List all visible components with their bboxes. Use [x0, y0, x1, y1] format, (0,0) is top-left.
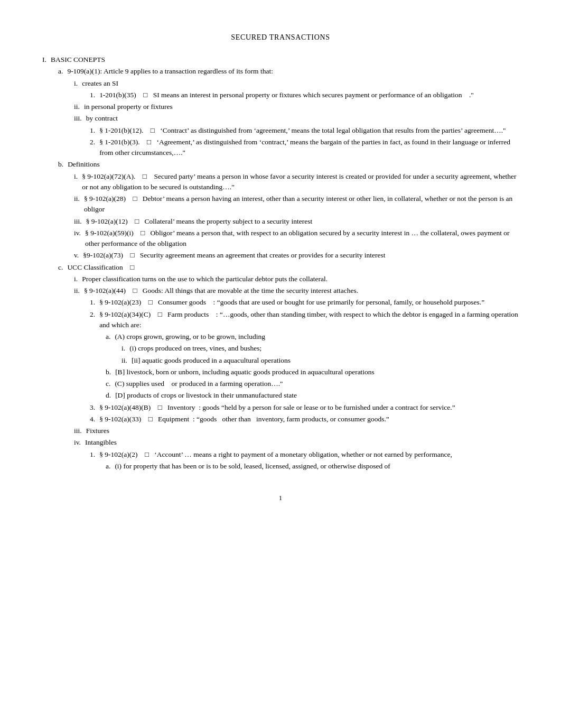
section-c-ii-2-a-text: (A) crops grown, growing, or to be grown… [115, 331, 519, 342]
section-c-ii-2-a-ii-text: [ii] aquatic goods produced in a aquacul… [132, 355, 519, 366]
section-c-ii-label: ii. [74, 285, 80, 296]
section-a-iii-label: iii. [74, 113, 82, 124]
section-c-ii-2-text: § 9-102(a)(34)(C) □ Farm products : “…go… [99, 309, 519, 331]
section-b-v-text: §9-102(a)(73) □ Security agreement means… [83, 250, 519, 261]
section-I-title: BASIC CONEPTS [51, 54, 519, 65]
section-c-iv-1-a-label: a. [106, 461, 110, 472]
section-c-ii-2-c: c. (C) supplies used or produced in a fa… [106, 379, 519, 389]
section-c-ii-4-text: § 9-102(a)(33) □ Equipment : “goods othe… [99, 414, 519, 425]
section-c-ii-2-a-ii: ii. [ii] aquatic goods produced in a aqu… [121, 355, 519, 366]
section-c-iv-1-text: § 9-102(a)(2) □ ‘Account’ … means a righ… [99, 449, 519, 460]
section-c-ii-3-text: § 9-102(a)(48)(B) □ Inventory : goods “h… [99, 402, 519, 413]
section-c-ii-2-d-label: d. [106, 390, 111, 401]
section-b-v: v. §9-102(a)(73) □ Security agreement me… [74, 250, 519, 261]
section-c-ii-2-b-text: [B] livestock, born or unborn, including… [115, 367, 519, 377]
page-number: 1 [42, 493, 519, 503]
section-c-ii-2-c-text: (C) supplies used or produced in a farmi… [115, 379, 519, 389]
section-c-ii-3: 3. § 9-102(a)(48)(B) □ Inventory : goods… [90, 402, 519, 413]
section-a-i-label: i. [74, 78, 78, 89]
section-a-ii-text: in personal property or fixtures [84, 102, 519, 112]
section-b-i-text: § 9-102(a)(72)(A). □ Secured party’ mean… [82, 171, 519, 193]
section-c-iii: iii. Fixtures [74, 426, 519, 436]
section-a-i-1-label: 1. [90, 90, 95, 100]
section-c-i-label: i. [74, 274, 78, 284]
section-b-i: i. § 9-102(a)(72)(A). □ Secured party’ m… [74, 171, 519, 193]
section-I-label: I. [42, 54, 46, 65]
page-container: SECURED TRANSACTIONS I. BASIC CONEPTS a.… [42, 32, 519, 503]
section-c-ii-2-a-i-label: i. [121, 343, 125, 354]
section-c-iii-label: iii. [74, 426, 82, 436]
section-c-iv-1-a-text: (i) for property that has been or is to … [115, 461, 519, 472]
section-c-label: c. [58, 262, 63, 273]
section-a-i-1: 1. 1-201(b)(35) □ SI means an interest i… [90, 90, 519, 100]
section-a-i: i. creates an SI [74, 78, 519, 89]
section-a-iii-2-text: § 1-201(b)(3). □ ‘Agreement,’ as disting… [99, 137, 519, 159]
section-b: b. Definitions [58, 159, 519, 170]
section-a-ii-label: ii. [74, 102, 80, 112]
section-a-iii-1-label: 1. [90, 125, 95, 136]
section-c-ii-2-c-label: c. [106, 379, 110, 389]
section-a-iii-1: 1. § 1-201(b)(12). □ ‘Contract’ as disti… [90, 125, 519, 136]
section-a-i-text: creates an SI [82, 78, 519, 89]
section-c-ii-2-a-label: a. [106, 331, 110, 342]
section-c-ii-3-label: 3. [90, 402, 95, 413]
section-c-ii-1-text: § 9-102(a)(23) □ Consumer goods : “goods… [99, 297, 519, 308]
section-a-iii-2: 2. § 1-201(b)(3). □ ‘Agreement,’ as dist… [90, 137, 519, 159]
page-title: SECURED TRANSACTIONS [42, 32, 519, 43]
section-c-iv-1-a: a. (i) for property that has been or is … [106, 461, 519, 472]
section-c-iv: iv. Intangibles [74, 437, 519, 448]
section-c-ii: ii. § 9-102(a)(44) □ Goods: All things t… [74, 285, 519, 296]
section-a-iii: iii. by contract [74, 113, 519, 124]
section-c-ii-2-a-i-text: (i) crops produced on trees, vines, and … [129, 343, 519, 354]
section-c-ii-2-label: 2. [90, 309, 95, 331]
section-b-ii-label: ii. [74, 193, 80, 215]
section-c-ii-1: 1. § 9-102(a)(23) □ Consumer goods : “go… [90, 297, 519, 308]
section-c-i-text: Proper classification turns on the use t… [82, 274, 519, 284]
section-I: I. BASIC CONEPTS [42, 54, 519, 65]
section-b-v-label: v. [74, 250, 79, 261]
section-a-i-1-text: 1-201(b)(35) □ SI means an interest in p… [99, 90, 519, 100]
section-c-ii-4: 4. § 9-102(a)(33) □ Equipment : “goods o… [90, 414, 519, 425]
section-c-iv-1: 1. § 9-102(a)(2) □ ‘Account’ … means a r… [90, 449, 519, 460]
section-b-ii: ii. § 9-102(a)(28) □ Debtor’ means a per… [74, 193, 519, 215]
section-b-iv-text: § 9-102(a)(59)(i) □ Obligor’ means a per… [85, 228, 519, 250]
section-a: a. 9-109(a)(1): Article 9 applies to a t… [58, 66, 519, 77]
section-b-iii-label: iii. [74, 216, 82, 227]
section-b-text: Definitions [68, 159, 519, 170]
section-c-ii-2-b-label: b. [106, 367, 111, 377]
section-a-ii: ii. in personal property or fixtures [74, 102, 519, 112]
section-a-text: 9-109(a)(1): Article 9 applies to a tran… [67, 66, 519, 77]
section-c-ii-2-a: a. (A) crops grown, growing, or to be gr… [106, 331, 519, 342]
section-c-i: i. Proper classification turns on the us… [74, 274, 519, 284]
section-b-ii-text: § 9-102(a)(28) □ Debtor’ means a person … [84, 193, 519, 215]
section-b-iv: iv. § 9-102(a)(59)(i) □ Obligor’ means a… [74, 228, 519, 250]
section-c-iv-label: iv. [74, 437, 81, 448]
section-c-iv-1-label: 1. [90, 449, 95, 460]
section-c-ii-2-a-ii-label: ii. [121, 355, 127, 366]
section-c-ii-4-label: 4. [90, 414, 95, 425]
section-b-iv-label: iv. [74, 228, 81, 250]
section-b-label: b. [58, 159, 63, 170]
section-a-iii-1-text: § 1-201(b)(12). □ ‘Contract’ as distingu… [99, 125, 519, 136]
section-c-ii-1-label: 1. [90, 297, 95, 308]
section-c-ii-2-d: d. [D] products of crops or livestock in… [106, 390, 519, 401]
section-c-ii-2-a-i: i. (i) crops produced on trees, vines, a… [121, 343, 519, 354]
section-c: c. UCC Classification □ [58, 262, 519, 273]
section-c-text: UCC Classification □ [67, 262, 519, 273]
section-b-i-label: i. [74, 171, 78, 193]
section-b-iii-text: § 9-102(a)(12) □ Collateral’ means the p… [86, 216, 519, 227]
section-c-iii-text: Fixtures [86, 426, 519, 436]
section-c-iv-text: Intangibles [85, 437, 519, 448]
section-a-iii-text: by contract [86, 113, 519, 124]
section-c-ii-2: 2. § 9-102(a)(34)(C) □ Farm products : “… [90, 309, 519, 331]
section-c-ii-2-b: b. [B] livestock, born or unborn, includ… [106, 367, 519, 377]
section-c-ii-2-d-text: [D] products of crops or livestock in th… [115, 390, 519, 401]
section-b-iii: iii. § 9-102(a)(12) □ Collateral’ means … [74, 216, 519, 227]
section-a-label: a. [58, 66, 63, 77]
section-a-iii-2-label: 2. [90, 137, 95, 159]
section-c-ii-text: § 9-102(a)(44) □ Goods: All things that … [84, 285, 519, 296]
